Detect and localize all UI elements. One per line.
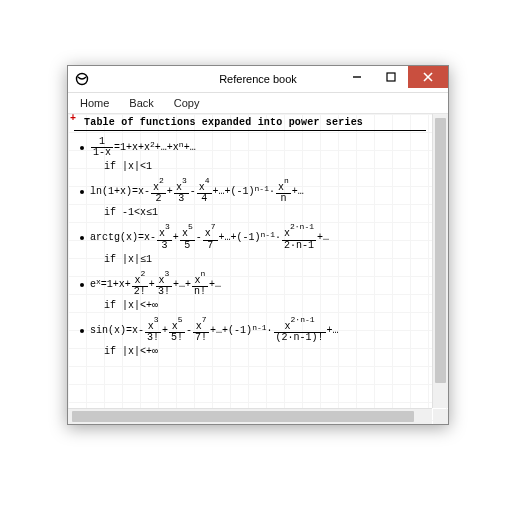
close-button[interactable] — [408, 66, 448, 88]
document-body: + Table of functions expanded into power… — [68, 114, 432, 408]
series-row: ex=1+x+ x22!+ x33!+…+ xnn!+… — [80, 273, 426, 297]
horizontal-scrollbar[interactable] — [68, 408, 432, 424]
bullet-icon — [80, 283, 84, 287]
bullet-icon — [80, 329, 84, 333]
series-row: 11-x =1+x+x2+…+xn+… — [80, 137, 426, 158]
series-condition: if |x|≤1 — [104, 255, 426, 265]
menu-bar: Home Back Copy — [68, 93, 448, 114]
series-condition: if |x|<+∞ — [104, 301, 426, 311]
series-condition: if |x|<1 — [104, 162, 426, 172]
app-icon — [74, 71, 90, 87]
series-condition: if |x|<+∞ — [104, 347, 426, 357]
maximize-button[interactable] — [374, 66, 408, 88]
menu-home[interactable]: Home — [72, 95, 117, 111]
vertical-scrollbar[interactable] — [432, 114, 448, 408]
series-row: arctg(x)=x- x33+ x55- x77 +…+(-1)n-1· x2… — [80, 226, 426, 250]
bullet-icon — [80, 236, 84, 240]
bullet-icon — [80, 146, 84, 150]
content-area: + Table of functions expanded into power… — [68, 114, 448, 424]
series-condition: if -1<x≤1 — [104, 208, 426, 218]
vertical-scroll-thumb[interactable] — [435, 118, 446, 383]
svg-rect-2 — [387, 73, 395, 81]
page-title: Table of functions expanded into power s… — [84, 118, 426, 128]
scroll-corner — [433, 409, 448, 424]
series-row: sin(x)=x- x33!+ x55!- x77! +…+(-1)n-1· x… — [80, 319, 426, 343]
title-bar[interactable]: Reference book — [68, 66, 448, 93]
horizontal-scroll-thumb[interactable] — [72, 411, 414, 422]
minimize-button[interactable] — [340, 66, 374, 88]
series-row: ln(1+x)=x- x22+ x33- x44 +…+(-1)n-1· xnn… — [80, 180, 426, 204]
divider — [74, 130, 426, 131]
reference-window: Reference book Home Back Copy + Table of… — [67, 65, 449, 425]
insertion-marker-icon: + — [70, 114, 76, 124]
bullet-icon — [80, 190, 84, 194]
menu-copy[interactable]: Copy — [166, 95, 208, 111]
window-buttons — [340, 66, 448, 88]
menu-back[interactable]: Back — [121, 95, 161, 111]
